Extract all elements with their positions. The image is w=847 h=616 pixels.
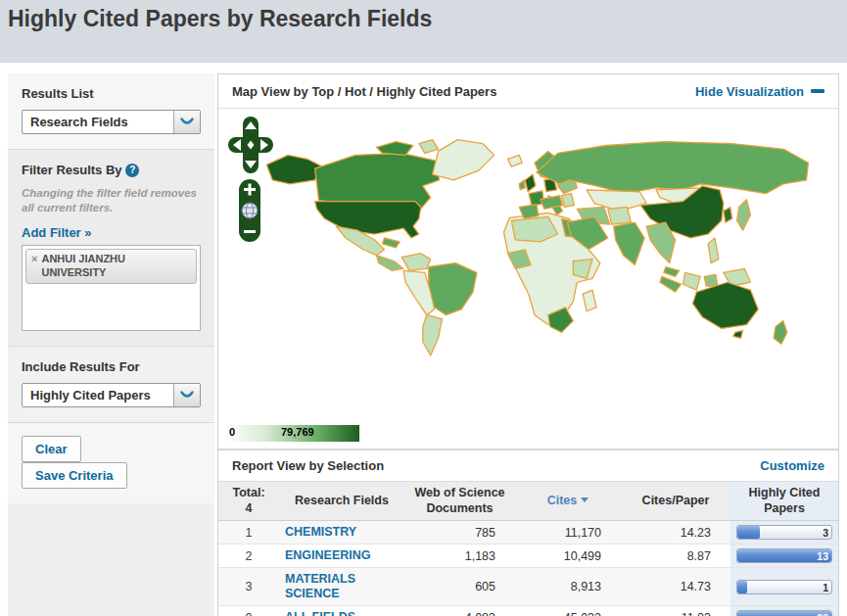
include-label: Include Results For — [22, 359, 201, 374]
map-region-tasmania[interactable] — [733, 330, 743, 338]
page-title: Highly Cited Papers by Research Fields — [0, 0, 847, 32]
field-link[interactable]: MATERIALS SCIENCE — [285, 572, 399, 601]
field-cell: ALL FIELDS — [279, 606, 404, 616]
map-region-usa[interactable] — [315, 202, 421, 238]
hcp-value: 38 — [817, 611, 828, 616]
report-view-title: Report View by Selection — [232, 458, 384, 473]
table-row: 0 ALL FIELDS 4,083 45,032 11.03 38 — [218, 606, 838, 616]
field-link[interactable]: ALL FIELDS — [285, 610, 355, 616]
add-filter-link[interactable]: Add Filter » — [22, 225, 92, 240]
field-link[interactable]: CHEMISTRY — [285, 525, 356, 540]
column-header-research-fields[interactable]: Research Fields — [279, 482, 404, 521]
clear-button[interactable]: Clear — [22, 436, 81, 462]
map-region-pakistan[interactable] — [608, 207, 632, 224]
filter-label: Filter Results By — [22, 163, 122, 177]
map-view-header: Map View by Top / Hot / Highly Cited Pap… — [218, 74, 838, 109]
map-legend: 0 79,769 — [225, 425, 359, 442]
map-region-canada-islands[interactable] — [419, 140, 439, 154]
cites-cell: 45,032 — [515, 606, 621, 616]
results-list-dropdown[interactable]: Research Fields — [22, 110, 201, 134]
hcp-cell: 1 — [730, 568, 838, 606]
field-cell: CHEMISTRY — [279, 521, 404, 545]
map-region-russia[interactable] — [537, 142, 809, 194]
map-region-cuba[interactable] — [382, 238, 400, 248]
table-row: 3 MATERIALS SCIENCE 605 8,913 14.73 1 — [218, 568, 838, 606]
include-dropdown[interactable]: Highly Cited Papers — [22, 383, 201, 407]
map-region-canada-islands[interactable] — [377, 142, 413, 156]
field-cell: MATERIALS SCIENCE — [279, 568, 404, 606]
results-list-selected: Research Fields — [23, 111, 173, 133]
sidebar: Results List Research Fields Filter Resu… — [8, 73, 214, 616]
legend-min: 0 — [229, 426, 235, 438]
chevron-down-icon — [180, 391, 194, 400]
map-region-sulawesi[interactable] — [704, 274, 718, 286]
hcp-bar: 13 — [736, 548, 832, 563]
filter-section: Filter Results By ? Changing the filter … — [8, 150, 214, 347]
rank-cell: 2 — [218, 545, 279, 568]
cites-cell: 11,170 — [515, 521, 621, 545]
map-region-borneo[interactable] — [683, 272, 701, 290]
map-region-colombia-venezuela[interactable] — [401, 254, 431, 271]
column-header-highly-cited[interactable]: Highly Cited Papers — [730, 482, 838, 521]
rank-cell: 1 — [218, 521, 279, 545]
total-header: Total: 4 — [218, 482, 279, 521]
hcp-cell: 3 — [730, 521, 838, 545]
cites-per-paper-cell: 8.87 — [621, 545, 730, 568]
dropdown-button[interactable] — [173, 384, 200, 406]
zoom-out-button[interactable] — [244, 230, 256, 233]
cites-per-paper-cell: 11.03 — [621, 606, 730, 616]
dropdown-button[interactable] — [173, 111, 200, 133]
report-table: Total: 4 Research Fields Web of Science … — [218, 481, 838, 616]
main-panel: Map View by Top / Hot / Highly Cited Pap… — [217, 73, 839, 616]
hcp-bar: 1 — [736, 580, 832, 594]
hcp-bar-fill — [737, 581, 747, 593]
save-criteria-button[interactable]: Save Criteria — [22, 462, 127, 489]
map-region-brazil[interactable] — [429, 263, 477, 315]
map-pan-control[interactable] — [228, 117, 273, 173]
map-region-uk[interactable] — [525, 174, 536, 192]
hcp-value: 1 — [823, 581, 828, 594]
table-row: 1 CHEMISTRY 785 11,170 14.23 3 — [218, 521, 838, 545]
hide-visualization-link[interactable]: Hide Visualization — [695, 84, 824, 99]
hcp-cell: 13 — [730, 545, 838, 568]
map-region-japan[interactable] — [737, 200, 751, 230]
hcp-bar-fill — [737, 526, 760, 539]
map-region-australia[interactable] — [692, 282, 758, 328]
map-region-central-america[interactable] — [377, 256, 404, 271]
column-header-cites-per-paper[interactable]: Cites/Paper — [621, 482, 730, 521]
map-region-alaska[interactable] — [266, 155, 322, 184]
sort-desc-icon — [581, 498, 588, 502]
remove-chip-icon[interactable]: × — [31, 253, 37, 280]
world-map[interactable] — [230, 122, 837, 411]
table-row: 2 ENGINEERING 1,183 10,499 8.87 13 — [218, 545, 838, 568]
map-region-madagascar[interactable] — [583, 290, 596, 311]
rank-cell: 0 — [218, 606, 279, 616]
map-region-sumatra[interactable] — [660, 276, 682, 292]
map-region-india[interactable] — [614, 222, 644, 264]
field-link[interactable]: ENGINEERING — [285, 548, 371, 563]
map-region-new-zealand[interactable] — [774, 321, 787, 345]
map-region-argentina[interactable] — [423, 315, 443, 355]
filter-chip: × ANHUI JIANZHU UNIVERSITY — [25, 249, 197, 285]
filter-note: Changing the filter field removes all cu… — [22, 186, 201, 215]
map-region-malaysia[interactable] — [664, 267, 680, 277]
map-zoom-control[interactable] — [239, 179, 260, 242]
help-icon[interactable]: ? — [125, 164, 139, 177]
globe-icon[interactable] — [242, 203, 258, 218]
map-area: 0 79,769 — [218, 109, 838, 449]
map-region-iceland[interactable] — [507, 155, 522, 166]
rank-cell: 3 — [218, 568, 279, 606]
map-region-balkans[interactable] — [562, 194, 575, 208]
docs-cell: 605 — [404, 568, 515, 606]
map-region-ireland[interactable] — [519, 180, 525, 190]
sidebar-buttons: Clear Save Criteria — [8, 423, 214, 503]
map-view-title: Map View by Top / Hot / Highly Cited Pap… — [232, 84, 496, 99]
map-region-philippines[interactable] — [708, 238, 719, 263]
cites-per-paper-cell: 14.23 — [621, 521, 730, 545]
map-region-greenland[interactable] — [433, 140, 494, 180]
minus-icon — [811, 89, 824, 93]
customize-link[interactable]: Customize — [760, 458, 824, 473]
column-header-documents[interactable]: Web of Science Documents — [404, 482, 515, 521]
map-region-korea[interactable] — [724, 207, 732, 222]
column-header-cites[interactable]: Cites — [515, 482, 621, 521]
